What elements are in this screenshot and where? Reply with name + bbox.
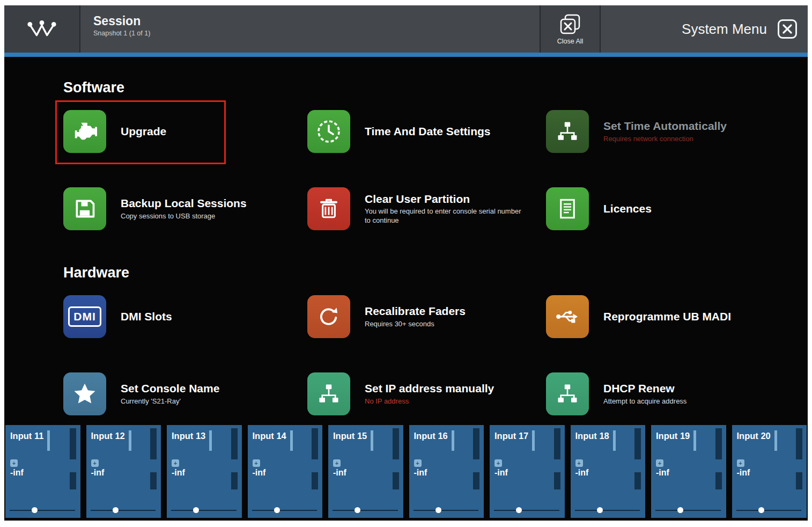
channel-name: Input 11	[10, 429, 43, 441]
insert-icon	[414, 459, 422, 467]
channel-strip-input-14[interactable]: Input 14 -inf	[248, 425, 323, 518]
menu-item-recalibrate-faders[interactable]: Recalibrate Faders Requires 30+ seconds	[307, 295, 546, 338]
menu-item-set-console-name[interactable]: Set Console Name Currently 'S21-Ray'	[63, 372, 307, 415]
system-menu-header: System Menu	[600, 5, 808, 53]
menu-item-licences[interactable]: Licences	[546, 187, 799, 230]
channel-name: Input 17	[494, 429, 528, 441]
section-title-software: Software	[63, 79, 799, 96]
channel-gain-value: -inf	[494, 468, 560, 478]
level-meter	[613, 430, 616, 451]
channel-strip-input-19[interactable]: Input 19 -inf	[651, 425, 726, 518]
menu-item-backup-local-sessions[interactable]: Backup Local Sessions Copy sessions to U…	[63, 187, 307, 230]
dmi-icon-label: DMI	[68, 306, 101, 327]
channel-strip-input-20[interactable]: Input 20 -inf	[732, 425, 807, 518]
fader-knob[interactable]	[435, 507, 441, 513]
fader-track[interactable]	[91, 506, 156, 514]
menu-item-subtitle: You will be required to enter console se…	[365, 207, 523, 225]
fader-knob[interactable]	[758, 507, 764, 513]
menu-item-label: Reprogramme UB MADI	[603, 310, 731, 323]
hardware-grid: DMI DMI Slots Recalibrate Faders Require…	[63, 295, 799, 415]
menu-item-time-date-settings[interactable]: Time And Date Settings	[307, 110, 546, 153]
channel-strip-input-12[interactable]: Input 12 -inf	[86, 425, 161, 518]
level-meter	[371, 430, 373, 451]
level-meter	[715, 428, 722, 459]
insert-icon	[656, 459, 663, 467]
fader-track[interactable]	[494, 506, 559, 514]
channel-strip-input-17[interactable]: Input 17 -inf	[490, 425, 565, 518]
fader-track[interactable]	[414, 506, 479, 514]
session-title: Session	[93, 14, 540, 28]
fader-track[interactable]	[10, 506, 75, 514]
gain-meter	[312, 472, 318, 489]
close-icon	[783, 24, 792, 34]
level-meter	[231, 428, 238, 459]
fader-knob[interactable]	[677, 507, 683, 513]
menu-item-upgrade[interactable]: Upgrade	[63, 110, 307, 153]
fader-track[interactable]	[575, 506, 640, 514]
level-meter	[70, 428, 76, 459]
channel-strip-input-13[interactable]: Input 13 -inf	[167, 425, 242, 518]
fader-knob[interactable]	[32, 507, 38, 513]
fader-knob[interactable]	[193, 507, 199, 513]
fader-knob[interactable]	[597, 507, 603, 513]
insert-icon	[575, 459, 583, 467]
menu-item-set-time-automatically[interactable]: Set Time Automatically Requires network …	[546, 110, 799, 153]
system-menu-content: Software Upgrade	[4, 57, 808, 415]
session-snapshot-label: Snapshot 1 (1 of 1)	[93, 30, 540, 37]
fader-knob[interactable]	[355, 507, 360, 513]
engine-icon	[63, 110, 106, 153]
channel-name: Input 18	[575, 429, 609, 441]
level-meter	[532, 430, 535, 451]
usb-icon	[546, 295, 589, 338]
menu-item-dhcp-renew[interactable]: DHCP Renew Attempt to acquire address	[546, 372, 799, 415]
fader-knob[interactable]	[516, 507, 522, 513]
insert-icon	[494, 459, 502, 467]
channel-strip-input-11[interactable]: Input 11 -inf	[5, 425, 80, 518]
level-meter	[393, 428, 399, 459]
channel-gain-value: -inf	[656, 468, 721, 478]
menu-item-set-ip-address-manually[interactable]: Set IP address manually No IP address	[307, 372, 546, 415]
fader-knob[interactable]	[274, 507, 280, 513]
network-icon	[307, 372, 350, 415]
channel-strip-input-15[interactable]: Input 15 -inf	[328, 425, 403, 518]
channel-gain-value: -inf	[253, 468, 318, 478]
menu-item-label: Backup Local Sessions	[121, 196, 247, 210]
fader-track[interactable]	[252, 506, 318, 514]
gain-meter	[554, 472, 560, 489]
close-all-button[interactable]: Close All	[540, 5, 600, 53]
fader-track[interactable]	[736, 506, 802, 514]
close-all-label: Close All	[557, 38, 584, 45]
channel-strip-row: Input 11 -inf Input 12 -inf Input 13 -in…	[5, 425, 807, 518]
insert-icon	[737, 459, 744, 467]
fader-track[interactable]	[171, 506, 237, 514]
section-title-hardware: Hardware	[63, 265, 799, 281]
gain-meter	[393, 472, 399, 489]
fader-knob[interactable]	[113, 507, 119, 513]
menu-item-reprogramme-ub-madi[interactable]: Reprogramme UB MADI	[546, 295, 799, 338]
software-grid: Upgrade Time And Date Settings	[63, 110, 799, 230]
top-bar: Session Snapshot 1 (1 of 1) Close All Sy…	[4, 5, 808, 53]
channel-name: Input 12	[91, 429, 125, 441]
gain-meter	[473, 472, 479, 489]
channel-strip-input-16[interactable]: Input 16 -inf	[409, 425, 484, 518]
channel-gain-value: -inf	[575, 468, 641, 478]
channel-gain-value: -inf	[737, 468, 802, 478]
gain-meter	[231, 472, 238, 489]
level-meter	[774, 430, 777, 451]
gain-meter	[150, 472, 157, 489]
level-meter	[634, 428, 641, 459]
fader-track[interactable]	[333, 506, 398, 514]
channel-name: Input 16	[414, 429, 448, 441]
session-header[interactable]: Session Snapshot 1 (1 of 1)	[80, 5, 540, 53]
trash-icon	[307, 187, 350, 230]
page-title: System Menu	[682, 21, 767, 38]
close-button[interactable]	[778, 19, 797, 39]
menu-item-clear-user-partition[interactable]: Clear User Partition You will be require…	[307, 187, 546, 230]
fader-track[interactable]	[655, 506, 721, 514]
menu-item-dmi-slots[interactable]: DMI DMI Slots	[63, 295, 307, 338]
channel-strip-input-18[interactable]: Input 18 -inf	[571, 425, 646, 518]
menu-item-label: Recalibrate Faders	[365, 304, 466, 318]
insert-icon	[333, 459, 341, 467]
menu-item-label: DHCP Renew	[603, 382, 686, 395]
level-meter	[796, 428, 802, 459]
